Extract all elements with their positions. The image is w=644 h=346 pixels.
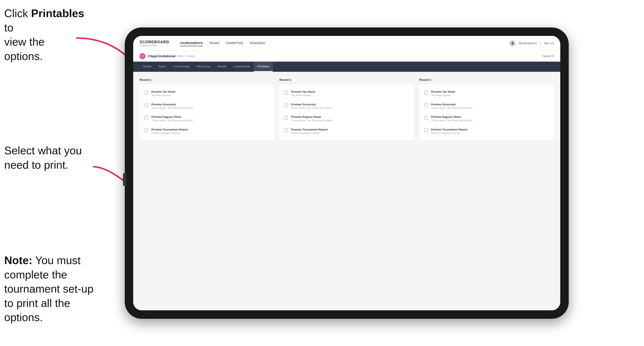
print-title-r1-4: Preview Tournament Report bbox=[152, 128, 188, 132]
print-item-r3-1[interactable]: Preview Tee SheetTee Sheet required bbox=[423, 88, 550, 99]
print-icon-r2-1 bbox=[284, 90, 289, 96]
tournament-tag: (Men) bbox=[177, 55, 184, 58]
instruction-mid: Select what youneed to print. bbox=[4, 144, 82, 172]
separator: | bbox=[540, 42, 540, 45]
instruction-top-suffix: toview the options. bbox=[4, 21, 44, 62]
print-icon-r1-3 bbox=[144, 116, 149, 121]
print-subtitle-r1-3: Course setup + Tee Sheet data required bbox=[152, 119, 192, 122]
print-text-r3-4: Preview Tournament ReportRound Completio… bbox=[431, 128, 468, 135]
print-icon-r2-2 bbox=[284, 103, 289, 109]
subnav-details[interactable]: Details bbox=[140, 62, 155, 72]
print-subtitle-r3-1: Tee Sheet required bbox=[431, 94, 455, 97]
print-title-r3-2: Preview Scorecard bbox=[431, 103, 472, 106]
nav-link-rankings[interactable]: RANKINGS bbox=[250, 40, 265, 46]
print-text-r3-2: Preview ScorecardCourse setup + Tee Shee… bbox=[431, 103, 472, 110]
print-item-r3-4[interactable]: Preview Tournament ReportRound Completio… bbox=[423, 126, 550, 137]
user-avatar: 👤 bbox=[510, 40, 516, 46]
print-text-r3-3: Preview Raguzzi SheetCourse setup + Tee … bbox=[431, 115, 472, 122]
tablet-side-button bbox=[123, 173, 126, 186]
top-nav-right: 👤 blair@clippd.io | Sign out bbox=[510, 40, 554, 46]
top-nav: SCOREBOARD Powered by clippd TOURNAMENTS… bbox=[133, 36, 560, 51]
print-item-r1-1[interactable]: Preview Tee SheetTee Sheet required bbox=[143, 88, 271, 99]
print-text-r2-2: Preview ScorecardCourse setup + Tee Shee… bbox=[291, 103, 332, 110]
instruction-mid-text: Select what youneed to print. bbox=[4, 144, 82, 171]
print-item-r1-3[interactable]: Preview Raguzzi SheetCourse setup + Tee … bbox=[143, 113, 271, 124]
print-text-r2-4: Preview Tournament ReportRound Completio… bbox=[291, 128, 328, 135]
instruction-bottom-note: Note: bbox=[4, 254, 32, 266]
tournament-name: Clippd Invitational bbox=[148, 54, 176, 58]
round-section-2: Round 2 Preview Tee SheetTee Sheet requi… bbox=[279, 78, 414, 140]
print-icon-r1-4 bbox=[144, 128, 149, 134]
round-cards-1: Preview Tee SheetTee Sheet required Prev… bbox=[140, 84, 274, 140]
subnav-tee-groups[interactable]: Tee Groups bbox=[193, 62, 214, 72]
subnav-printables[interactable]: Printables bbox=[254, 62, 273, 72]
user-email: blair@clippd.io bbox=[519, 42, 536, 45]
print-item-r3-3[interactable]: Preview Raguzzi SheetCourse setup + Tee … bbox=[423, 113, 550, 124]
print-item-r2-4[interactable]: Preview Tournament ReportRound Completio… bbox=[283, 126, 410, 137]
print-icon-r2-4 bbox=[284, 128, 289, 134]
print-icon-r1-1 bbox=[144, 90, 149, 96]
subnav-results[interactable]: Results bbox=[214, 62, 230, 72]
print-text-r1-3: Preview Raguzzi SheetCourse setup + Tee … bbox=[152, 115, 192, 122]
instruction-bottom: Note: You mustcomplete thetournament set… bbox=[4, 253, 106, 325]
brand-sub: Powered by clippd bbox=[140, 44, 169, 47]
tournament-logo: C bbox=[140, 53, 146, 59]
tournament-status: Hosting bbox=[186, 55, 194, 58]
print-subtitle-r1-1: Tee Sheet required bbox=[152, 94, 175, 97]
main-content: Round 1 Preview Tee SheetTee Sheet requi… bbox=[133, 72, 560, 310]
subnav-leaderboards[interactable]: Leaderboards bbox=[230, 62, 254, 72]
print-title-r1-3: Preview Raguzzi Sheet bbox=[152, 115, 192, 119]
round-section-1: Round 1 Preview Tee SheetTee Sheet requi… bbox=[140, 78, 274, 140]
print-subtitle-r2-1: Tee Sheet required bbox=[291, 94, 315, 97]
print-subtitle-r3-3: Course setup + Tee Sheet data required bbox=[431, 119, 472, 122]
print-item-r3-2[interactable]: Preview ScorecardCourse setup + Tee Shee… bbox=[423, 101, 550, 112]
print-icon-r1-2 bbox=[144, 103, 149, 109]
print-title-r2-2: Preview Scorecard bbox=[291, 103, 332, 106]
print-icon-r3-2 bbox=[424, 103, 429, 109]
print-item-r1-4[interactable]: Preview Tournament ReportRound Completio… bbox=[143, 126, 271, 137]
tablet: SCOREBOARD Powered by clippd TOURNAMENTS… bbox=[125, 27, 569, 319]
print-text-r2-3: Preview Raguzzi SheetCourse setup + Tee … bbox=[291, 115, 332, 122]
tournament-header: C Clippd Invitational (Men) Hosting Canc… bbox=[133, 51, 560, 62]
round-section-3: Round 3 Preview Tee SheetTee Sheet requi… bbox=[419, 78, 554, 140]
tablet-screen: SCOREBOARD Powered by clippd TOURNAMENTS… bbox=[133, 36, 560, 310]
print-icon-r3-4 bbox=[424, 128, 429, 134]
sub-nav: Details Teams Course Setup Tee Groups Re… bbox=[133, 62, 560, 72]
print-subtitle-r2-4: Round Completion required bbox=[291, 132, 328, 135]
nav-link-teams[interactable]: TEAMS bbox=[209, 40, 219, 46]
cancel-button[interactable]: Cancel ✕ bbox=[542, 54, 554, 58]
brand-title: SCOREBOARD bbox=[140, 40, 169, 44]
sign-out-link[interactable]: Sign out bbox=[544, 42, 554, 45]
print-item-r2-3[interactable]: Preview Raguzzi SheetCourse setup + Tee … bbox=[283, 113, 410, 124]
print-title-r3-1: Preview Tee Sheet bbox=[431, 90, 455, 94]
print-title-r3-4: Preview Tournament Report bbox=[431, 128, 468, 132]
top-nav-links: TOURNAMENTS TEAMS COMMITTEE RANKINGS bbox=[180, 40, 510, 46]
print-subtitle-r3-2: Course setup + Tee Sheet data required bbox=[431, 106, 472, 110]
print-text-r1-2: Preview ScorecardCourse setup + Tee Shee… bbox=[152, 103, 192, 110]
round-cards-3: Preview Tee SheetTee Sheet required Prev… bbox=[419, 84, 554, 140]
print-item-r2-1[interactable]: Preview Tee SheetTee Sheet required bbox=[283, 88, 410, 99]
instruction-top-prefix: Click bbox=[4, 7, 31, 19]
print-title-r1-1: Preview Tee Sheet bbox=[152, 90, 175, 94]
print-title-r2-4: Preview Tournament Report bbox=[291, 128, 328, 132]
round-title-3: Round 3 bbox=[419, 78, 554, 81]
subnav-course-setup[interactable]: Course Setup bbox=[170, 62, 193, 72]
print-text-r2-1: Preview Tee SheetTee Sheet required bbox=[291, 90, 315, 97]
round-cards-2: Preview Tee SheetTee Sheet required Prev… bbox=[279, 84, 414, 140]
print-text-r1-4: Preview Tournament ReportRound Completio… bbox=[152, 128, 188, 135]
instruction-top-bold: Printables bbox=[31, 7, 84, 19]
print-subtitle-r1-4: Round Completion required bbox=[152, 132, 188, 135]
print-icon-r3-1 bbox=[424, 90, 429, 96]
print-subtitle-r2-2: Course setup + Tee Sheet data required bbox=[291, 106, 332, 110]
round-title-1: Round 1 bbox=[140, 78, 274, 81]
print-item-r2-2[interactable]: Preview ScorecardCourse setup + Tee Shee… bbox=[283, 101, 410, 112]
nav-link-committee[interactable]: COMMITTEE bbox=[226, 40, 243, 46]
subnav-teams[interactable]: Teams bbox=[155, 62, 170, 72]
round-title-2: Round 2 bbox=[279, 78, 414, 81]
nav-link-tournaments[interactable]: TOURNAMENTS bbox=[180, 40, 203, 46]
print-item-r1-2[interactable]: Preview ScorecardCourse setup + Tee Shee… bbox=[143, 101, 271, 112]
print-text-r3-1: Preview Tee SheetTee Sheet required bbox=[431, 90, 455, 97]
print-subtitle-r1-2: Course setup + Tee Sheet data required bbox=[152, 106, 192, 110]
print-title-r2-1: Preview Tee Sheet bbox=[291, 90, 315, 94]
print-subtitle-r2-3: Course setup + Tee Sheet data required bbox=[291, 119, 332, 122]
